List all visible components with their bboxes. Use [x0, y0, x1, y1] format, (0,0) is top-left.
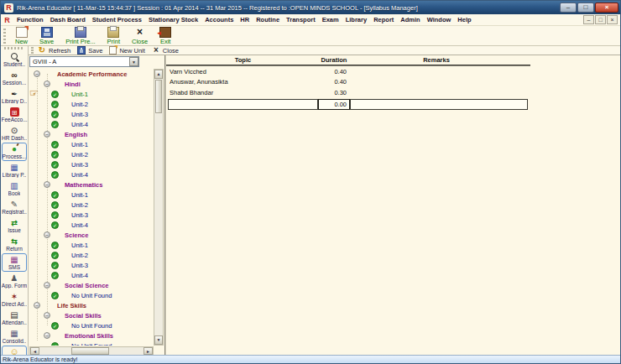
toolbar-button[interactable]: Print Pre... — [60, 26, 101, 46]
column-header-topic[interactable]: Topic — [168, 56, 318, 64]
menu-item[interactable]: Stationary Stock — [145, 14, 201, 25]
menu-item[interactable]: Report — [370, 14, 397, 25]
syllabus-toolbar-button[interactable]: Close — [150, 46, 184, 55]
syllabus-toolbar-grip[interactable] — [31, 47, 34, 54]
remarks-input[interactable] — [350, 99, 528, 110]
tree-vertical-scrollbar[interactable]: ▲ ▼ — [154, 69, 164, 346]
menu-item[interactable]: Routine — [253, 14, 283, 25]
topic-input[interactable] — [168, 99, 318, 110]
sidebar-item[interactable]: SMS — [2, 253, 27, 272]
toolbar-button[interactable]: Close — [126, 26, 154, 46]
close-button[interactable]: × — [595, 3, 618, 13]
sidebar-item[interactable]: Student.. — [2, 50, 27, 69]
column-header-duration[interactable]: Duration — [318, 56, 350, 64]
syllabus-toolbar-button[interactable]: Refresh — [36, 46, 76, 55]
tree-node[interactable]: − ✓ English — [29, 129, 154, 139]
toolbar-button[interactable]: New — [9, 26, 34, 46]
menu-item[interactable]: Library — [342, 14, 370, 25]
tree-node[interactable]: − ✓ Hindi — [29, 79, 154, 89]
sidebar-item[interactable]: Library P.. — [2, 161, 27, 179]
tree-node[interactable]: − ✓ Mathematics — [29, 179, 154, 190]
expand-collapse-icon[interactable]: − — [44, 181, 50, 188]
tree-node[interactable]: − ✓ Unit-4 — [29, 119, 154, 129]
sidebar-item[interactable]: Process... — [2, 143, 27, 161]
table-row[interactable]: Varn Vicched 0.40 — [166, 68, 530, 78]
expand-collapse-icon[interactable]: − — [34, 70, 40, 77]
maximize-button[interactable]: □ — [577, 3, 594, 13]
tree-node[interactable]: − ✓ Unit-3 — [29, 159, 154, 169]
sidebar-item[interactable]: Consolid.. — [2, 327, 27, 346]
class-selector[interactable]: GVIII - A ▼ — [29, 56, 139, 67]
menu-item[interactable]: Admin — [397, 14, 423, 25]
toolbar-button[interactable]: Exit — [154, 26, 177, 46]
tree-node[interactable]: − ✓ Unit-3 — [29, 109, 154, 119]
menu-item[interactable]: Student Process — [89, 14, 145, 25]
tree-node[interactable]: − ✓ Unit-3 — [29, 210, 154, 220]
sidebar-item[interactable]: Library D.. — [2, 87, 27, 106]
tree-node[interactable]: − ✓ Unit-1 — [29, 240, 154, 250]
tree-node[interactable]: − ✓ Academic Performance — [29, 69, 154, 79]
expand-collapse-icon[interactable]: − — [44, 81, 50, 87]
toolbar-button[interactable]: Print — [102, 26, 126, 46]
toolbar-grip[interactable] — [3, 29, 6, 44]
sidebar-item[interactable]: Attendan.. — [2, 309, 27, 327]
tree-node[interactable]: − ✓ Unit-1 — [29, 139, 154, 149]
duration-input[interactable]: 0.00 — [318, 99, 350, 110]
tree-node[interactable]: − ✓ Life Skills — [29, 300, 154, 310]
sidebar-item[interactable]: FeeAcco... — [2, 106, 27, 124]
mdi-minimize-button[interactable]: – — [583, 15, 594, 24]
tree-node[interactable]: − ✓ Unit-4 — [29, 169, 154, 179]
sidebar-item[interactable]: Registrat.. — [2, 198, 27, 216]
tree-node[interactable]: − ✓ Unit-3 — [29, 260, 154, 270]
scroll-down-icon[interactable]: ▼ — [154, 335, 163, 345]
table-row[interactable]: Anuswar, Anunasikta 0.40 — [166, 78, 530, 88]
column-header-remarks[interactable]: Remarks — [350, 56, 523, 64]
scroll-up-icon[interactable]: ▲ — [154, 70, 163, 79]
menu-item[interactable]: Accounts — [201, 14, 237, 25]
tree-node[interactable]: − ✓ Social Skills — [29, 310, 154, 320]
horizontal-scroll-thumb[interactable] — [71, 347, 109, 355]
sidebar-grip[interactable] — [4, 47, 24, 49]
sidebar-item[interactable]: Issue — [2, 216, 27, 235]
scroll-left-icon[interactable]: ◄ — [30, 347, 39, 355]
expand-collapse-icon[interactable]: − — [44, 131, 50, 138]
sidebar-item[interactable]: App. Form — [2, 272, 27, 290]
expand-collapse-icon[interactable]: − — [44, 312, 50, 319]
mdi-restore-button[interactable]: □ — [595, 15, 606, 24]
tree-node[interactable]: − ✓ Unit-4 — [29, 220, 154, 230]
menu-item[interactable]: HR — [237, 14, 253, 25]
tree-node[interactable]: − ✓ Emotional Skills — [29, 330, 154, 341]
sidebar-item[interactable]: Direct Ad.. — [2, 290, 27, 309]
vertical-scroll-thumb[interactable] — [155, 80, 162, 113]
tree-node[interactable]: − ✓ Unit-2 — [29, 250, 154, 260]
tree-node[interactable]: − ✓ Science — [29, 230, 154, 240]
expand-collapse-icon[interactable]: − — [34, 302, 40, 309]
tree-node[interactable]: − ✓ Unit-1 — [29, 89, 154, 99]
toolbar-button[interactable]: Save — [34, 26, 60, 46]
tree-node[interactable]: − ✓ No Unit Found — [29, 290, 154, 300]
syllabus-toolbar-button[interactable]: Save — [76, 46, 107, 55]
menu-item[interactable]: Help — [454, 14, 474, 25]
scroll-right-icon[interactable]: ► — [144, 347, 153, 355]
table-row[interactable]: Shabd Bhandar 0.30 — [166, 89, 530, 99]
menu-item[interactable]: Dash Board — [47, 14, 89, 25]
minimize-button[interactable]: – — [560, 3, 577, 13]
tree-node[interactable]: − ✓ No Unit Found — [29, 341, 154, 346]
tree-node[interactable]: − ✓ Unit-1 — [29, 190, 154, 200]
sidebar-item[interactable]: HR Dash.. — [2, 124, 27, 143]
tree-node[interactable]: − ✓ Social Science — [29, 280, 154, 290]
chevron-down-icon[interactable]: ▼ — [129, 57, 138, 66]
menu-item[interactable]: Window — [424, 14, 455, 25]
sidebar-item[interactable]: Return — [2, 235, 27, 253]
tree-node[interactable]: − ✓ No Unit Found — [29, 320, 154, 330]
expand-collapse-icon[interactable]: − — [44, 231, 50, 238]
syllabus-toolbar-button[interactable]: New Unit — [107, 46, 149, 55]
menu-item[interactable]: Transport — [283, 14, 319, 25]
menu-item[interactable]: Exam — [319, 14, 342, 25]
tree-node[interactable]: − ✓ Unit-2 — [29, 99, 154, 109]
expand-collapse-icon[interactable]: − — [44, 282, 50, 289]
tree-node[interactable]: − ✓ Unit-4 — [29, 270, 154, 280]
tree-node[interactable]: − ✓ Unit-2 — [29, 149, 154, 159]
expand-collapse-icon[interactable]: − — [44, 332, 50, 339]
menu-item[interactable]: Function — [13, 14, 47, 25]
